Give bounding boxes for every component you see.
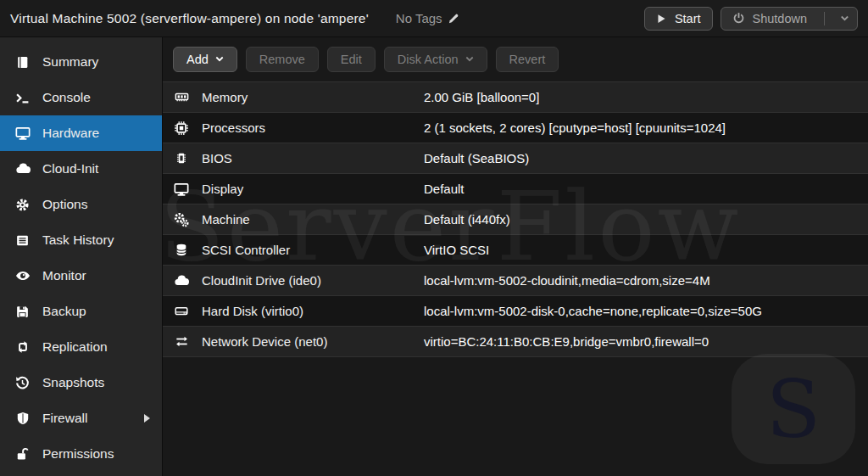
row-value: local-lvm:vm-5002-disk-0,cache=none,repl…: [424, 304, 762, 318]
sidebar-item-backup[interactable]: Backup: [0, 294, 162, 329]
row-label: Network Device (net0): [202, 334, 424, 349]
cloud-icon: [173, 273, 190, 288]
gears-icon: [173, 212, 190, 227]
cpu-icon: [173, 120, 190, 136]
sidebar-item-label: Summary: [42, 54, 98, 70]
cloud-icon: [14, 161, 31, 176]
sidebar-item-monitor[interactable]: Monitor: [0, 258, 162, 294]
sidebar-item-task-history[interactable]: Task History: [0, 222, 162, 258]
display-icon: [14, 126, 31, 141]
shutdown-button-label: Shutdown: [753, 12, 808, 25]
row-label: Display: [202, 182, 424, 196]
submenu-arrow-icon: [144, 414, 150, 423]
sidebar-item-label: Monitor: [42, 268, 86, 283]
no-tags-label: No Tags: [396, 11, 442, 25]
row-value: Default (SeaBIOS): [424, 151, 529, 165]
row-value: local-lvm:vm-5002-cloudinit,media=cdrom,…: [424, 273, 710, 288]
sidebar-item-cloud-init[interactable]: Cloud-Init: [0, 151, 162, 187]
tags-area[interactable]: No Tags: [396, 11, 460, 25]
sidebar-item-label: Snapshots: [42, 375, 104, 390]
revert-button[interactable]: Revert: [496, 47, 559, 72]
row-label: BIOS: [202, 151, 424, 165]
chevron-down-icon: [465, 56, 474, 63]
floppy-icon: [14, 305, 31, 319]
content-area: Add Remove Edit Disk Action Revert Memor…: [163, 37, 868, 476]
sidebar-item-firewall[interactable]: Firewall: [0, 400, 162, 436]
shield-icon: [14, 412, 31, 425]
terminal-icon: [14, 91, 31, 105]
sidebar-item-console[interactable]: Console: [0, 80, 162, 115]
start-button[interactable]: Start: [644, 7, 713, 31]
memory-icon: [173, 90, 190, 104]
row-label: SCSI Controller: [202, 243, 424, 257]
watermark-badge-letter: S: [766, 363, 821, 456]
disk-action-button[interactable]: Disk Action: [384, 47, 487, 72]
hardware-row-hard-disk[interactable]: Hard Disk (virtio0) local-lvm:vm-5002-di…: [163, 296, 868, 327]
gear-icon: [14, 198, 31, 212]
eye-icon: [14, 268, 31, 283]
sidebar-item-label: Replication: [42, 339, 108, 355]
sidebar-item-snapshots[interactable]: Snapshots: [0, 365, 162, 400]
sidebar-item-label: Backup: [42, 304, 86, 319]
edit-button-label: Edit: [341, 53, 362, 66]
sidebar-item-label: Options: [42, 197, 87, 212]
edit-button[interactable]: Edit: [327, 47, 376, 72]
start-button-label: Start: [675, 12, 701, 25]
row-value: virtio=BC:24:11:B0:CB:E9,bridge=vmbr0,fi…: [424, 334, 709, 349]
row-label: Memory: [202, 90, 424, 104]
edit-tags-pencil-icon[interactable]: [448, 12, 460, 25]
sidebar-item-label: Task History: [42, 232, 114, 248]
sidebar: Summary Console Hardware Cloud-Init Opti…: [0, 37, 163, 476]
hardware-row-processors[interactable]: Processors 2 (1 sockets, 2 cores) [cputy…: [163, 113, 868, 143]
toolbar: Add Remove Edit Disk Action Revert: [163, 37, 868, 81]
sidebar-item-summary[interactable]: Summary: [0, 44, 162, 80]
hardware-row-machine[interactable]: Machine Default (i440fx): [163, 204, 868, 235]
sidebar-item-label: Cloud-Init: [42, 161, 98, 176]
chevron-down-icon: [840, 15, 849, 22]
sidebar-item-label: Hardware: [42, 126, 99, 141]
row-value: VirtIO SCSI: [424, 243, 489, 257]
hardware-row-network-device[interactable]: Network Device (net0) virtio=BC:24:11:B0…: [163, 327, 868, 357]
row-value: 2 (1 sockets, 2 cores) [cputype=host] [c…: [424, 120, 726, 135]
sidebar-item-options[interactable]: Options: [0, 187, 162, 222]
harddisk-icon: [173, 304, 190, 318]
row-label: Machine: [202, 212, 424, 227]
header-actions: Start Shutdown: [644, 7, 858, 31]
row-value: 2.00 GiB [balloon=0]: [424, 90, 539, 104]
row-value: Default: [424, 182, 465, 196]
add-button-label: Add: [186, 53, 209, 66]
hardware-row-bios[interactable]: BIOS Default (SeaBIOS): [163, 143, 868, 174]
remove-button-label: Remove: [259, 53, 305, 66]
book-icon: [14, 55, 31, 70]
sidebar-item-label: Console: [42, 90, 91, 105]
sidebar-item-replication[interactable]: Replication: [0, 329, 162, 365]
power-icon: [732, 12, 745, 25]
history-icon: [14, 376, 31, 390]
watermark-badge: S: [732, 354, 855, 464]
disk-action-button-label: Disk Action: [398, 53, 459, 66]
sidebar-item-permissions[interactable]: Permissions: [0, 436, 162, 472]
revert-button-label: Revert: [509, 53, 546, 66]
hardware-row-cloudinit-drive[interactable]: CloudInit Drive (ide0) local-lvm:vm-5002…: [163, 266, 868, 296]
hardware-table: Memory 2.00 GiB [balloon=0] Processors 2…: [163, 81, 868, 357]
header-bar: Virtual Machine 5002 (serverflow-ampere)…: [0, 0, 868, 37]
row-label: Hard Disk (virtio0): [202, 304, 424, 318]
hardware-row-memory[interactable]: Memory 2.00 GiB [balloon=0]: [163, 82, 868, 113]
row-label: CloudInit Drive (ide0): [202, 273, 424, 288]
database-icon: [173, 243, 190, 257]
shutdown-button[interactable]: Shutdown: [721, 7, 859, 31]
row-value: Default (i440fx): [424, 212, 510, 227]
network-icon: [173, 334, 190, 349]
remove-button[interactable]: Remove: [246, 47, 319, 72]
hardware-row-scsi-controller[interactable]: SCSI Controller VirtIO SCSI: [163, 235, 868, 266]
chip-icon: [173, 151, 190, 165]
play-icon: [656, 13, 667, 25]
sidebar-item-label: Firewall: [42, 411, 87, 426]
page-title: Virtual Machine 5002 (serverflow-ampere)…: [10, 11, 369, 26]
sidebar-item-label: Permissions: [42, 446, 114, 462]
hardware-row-display[interactable]: Display Default: [163, 174, 868, 204]
add-button[interactable]: Add: [173, 47, 237, 72]
display-icon: [173, 182, 190, 197]
shutdown-dropdown-toggle[interactable]: [832, 15, 857, 22]
sidebar-item-hardware[interactable]: Hardware: [0, 115, 162, 151]
